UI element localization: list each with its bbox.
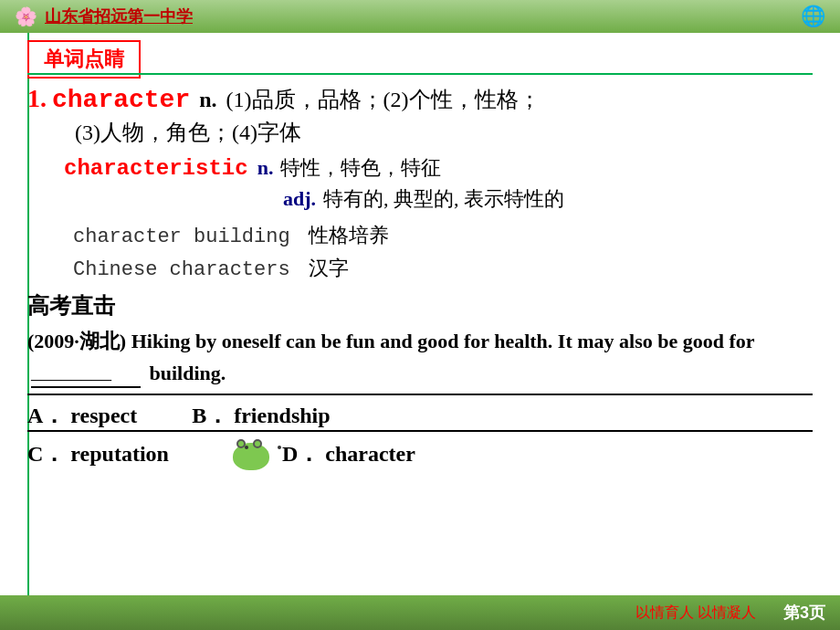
header-bar: 🌸 山东省招远第一中学 🌐 [0,0,840,33]
def-line2: (3)人物，角色；(4)字体 [75,121,301,144]
option-d-text: character [325,442,415,467]
def-line1: (1)品质，品格；(2)个性，性格； [226,85,541,114]
option-a-letter: A． [27,401,65,430]
def-line2-container: (3)人物，角色；(4)字体 [75,118,813,147]
word-characteristic: characteristic [64,156,248,181]
word-character: character [52,86,190,114]
header-icon-left: 🌸 [15,5,37,27]
options-row-cd: C． reputation D． character [27,430,813,470]
footer-bar: 以情育人 以情凝人 第3页 [0,595,840,630]
school-title: 山东省招远第一中学 [45,5,193,27]
gaokao-question-text2: building. [144,362,226,384]
frog-dot-right [278,446,281,449]
frog-eye-right [253,439,262,448]
gaokao-question: (2009·湖北) Hiking by oneself can be fun a… [27,326,813,388]
phrase-line-chinese: Chinese characters 汉字 [73,255,813,282]
gaokao-year-ref: (2009·湖北) [27,330,126,352]
phrase-building-cn: 性格培养 [309,222,389,249]
frog-eye-left [236,439,246,448]
phrase-chinese-cn: 汉字 [309,255,349,282]
option-b-letter: B． [192,401,228,430]
phrase-line-building: character building 性格培养 [73,222,813,249]
option-d[interactable]: D． character [282,439,415,468]
option-b-text: friendship [234,404,330,428]
header-icon-right: 🌐 [801,5,825,28]
adj-def: 特有的, 典型的, 表示特性的 [323,185,564,213]
vocab-section: 1. character n. (1)品质，品格；(2)个性，性格； (3)人物… [27,84,813,282]
word-line-character: 1. character n. (1)品质，品格；(2)个性，性格； [27,84,813,114]
gaokao-question-text1: Hiking by oneself can be fun and good fo… [126,330,754,352]
frog-dot-left [245,446,248,449]
option-c[interactable]: C． reputation [27,439,169,468]
sub-def-n: 特性，特色，特征 [280,154,441,182]
option-c-text: reputation [70,442,169,467]
frog-icon [233,437,273,470]
adj-pos: adj. [283,187,316,211]
option-c-letter: C． [27,439,65,468]
sub-word-line-characteristic: characteristic n. 特性，特色，特征 [64,154,813,182]
gaokao-blank: ________ [31,356,141,388]
main-content: 1. character n. (1)品质，品格；(2)个性，性格； (3)人物… [0,33,840,630]
phrase-building-en: character building [73,226,290,248]
option-a-text: respect [70,404,137,428]
word-number: 1. [27,84,47,113]
phrase-chinese-en: Chinese characters [73,258,290,281]
option-d-letter: D． [282,439,320,468]
footer-page: 第3页 [783,602,825,624]
gaokao-section: 高考直击 (2009·湖北) Hiking by oneself can be … [27,291,813,470]
option-b[interactable]: B． friendship [192,401,330,430]
options-row-ab: A． respect B． friendship [27,394,813,430]
sub-pos-n: n. [257,156,274,180]
gaokao-title: 高考直击 [27,291,813,320]
option-a[interactable]: A． respect [27,401,137,430]
adj-line: adj. 特有的, 典型的, 表示特性的 [283,185,813,213]
pos-n: n. [199,88,216,112]
footer-motto: 以情育人 以情凝人 [635,604,756,623]
